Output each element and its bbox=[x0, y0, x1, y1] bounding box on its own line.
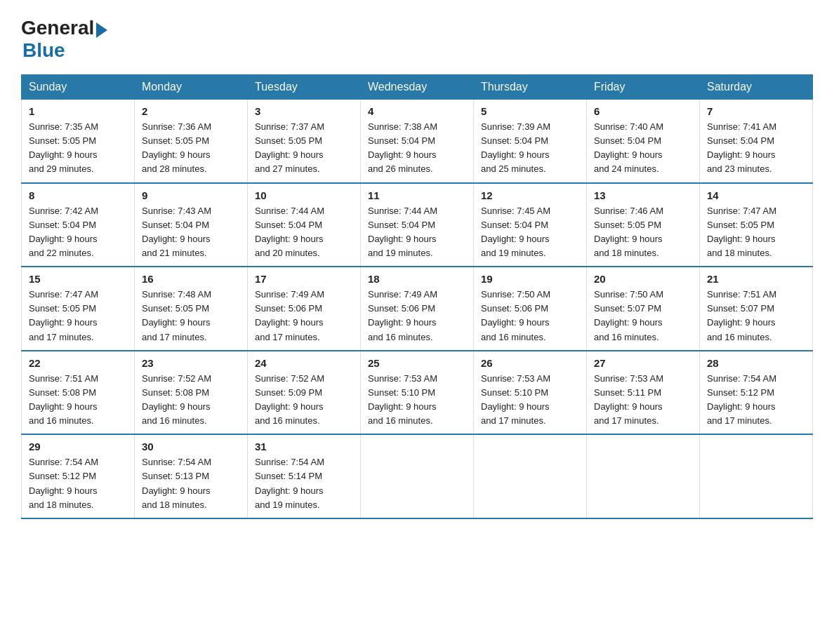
day-number: 8 bbox=[29, 189, 127, 201]
day-number: 18 bbox=[368, 273, 466, 285]
calendar-cell: 1 Sunrise: 7:35 AM Sunset: 5:05 PM Dayli… bbox=[22, 100, 135, 183]
day-number: 23 bbox=[142, 357, 240, 369]
calendar-cell: 4 Sunrise: 7:38 AM Sunset: 5:04 PM Dayli… bbox=[361, 100, 474, 183]
calendar-cell: 22 Sunrise: 7:51 AM Sunset: 5:08 PM Dayl… bbox=[22, 351, 135, 435]
calendar-cell: 31 Sunrise: 7:54 AM Sunset: 5:14 PM Dayl… bbox=[248, 434, 361, 518]
day-info: Sunrise: 7:40 AM Sunset: 5:04 PM Dayligh… bbox=[594, 120, 692, 177]
calendar-cell: 9 Sunrise: 7:43 AM Sunset: 5:04 PM Dayli… bbox=[135, 183, 248, 267]
calendar-cell: 19 Sunrise: 7:50 AM Sunset: 5:06 PM Dayl… bbox=[474, 267, 587, 351]
day-number: 1 bbox=[29, 105, 127, 117]
day-number: 31 bbox=[255, 441, 353, 452]
day-number: 28 bbox=[707, 357, 805, 369]
calendar-cell bbox=[474, 434, 587, 518]
calendar-week-row: 29 Sunrise: 7:54 AM Sunset: 5:12 PM Dayl… bbox=[22, 434, 813, 518]
calendar-week-row: 8 Sunrise: 7:42 AM Sunset: 5:04 PM Dayli… bbox=[22, 183, 813, 267]
day-info: Sunrise: 7:53 AM Sunset: 5:11 PM Dayligh… bbox=[594, 372, 692, 429]
day-number: 21 bbox=[707, 273, 805, 285]
calendar-week-row: 15 Sunrise: 7:47 AM Sunset: 5:05 PM Dayl… bbox=[22, 267, 813, 351]
day-number: 3 bbox=[255, 105, 353, 117]
day-info: Sunrise: 7:49 AM Sunset: 5:06 PM Dayligh… bbox=[368, 288, 466, 344]
weekday-header-saturday: Saturday bbox=[700, 75, 813, 100]
day-info: Sunrise: 7:39 AM Sunset: 5:04 PM Dayligh… bbox=[481, 120, 579, 177]
day-number: 27 bbox=[594, 357, 692, 369]
calendar-cell: 2 Sunrise: 7:36 AM Sunset: 5:05 PM Dayli… bbox=[135, 100, 248, 183]
calendar-cell: 10 Sunrise: 7:44 AM Sunset: 5:04 PM Dayl… bbox=[248, 183, 361, 267]
day-number: 5 bbox=[481, 105, 579, 117]
calendar-cell: 12 Sunrise: 7:45 AM Sunset: 5:04 PM Dayl… bbox=[474, 183, 587, 267]
day-number: 15 bbox=[29, 273, 127, 285]
day-number: 16 bbox=[142, 273, 240, 285]
weekday-header-wednesday: Wednesday bbox=[361, 75, 474, 100]
calendar-cell: 25 Sunrise: 7:53 AM Sunset: 5:10 PM Dayl… bbox=[361, 351, 474, 435]
day-number: 13 bbox=[594, 189, 692, 201]
day-number: 2 bbox=[142, 105, 240, 117]
calendar-cell: 23 Sunrise: 7:52 AM Sunset: 5:08 PM Dayl… bbox=[135, 351, 248, 435]
calendar-cell: 18 Sunrise: 7:49 AM Sunset: 5:06 PM Dayl… bbox=[361, 267, 474, 351]
calendar-cell bbox=[700, 434, 813, 518]
calendar-cell: 16 Sunrise: 7:48 AM Sunset: 5:05 PM Dayl… bbox=[135, 267, 248, 351]
calendar-cell: 28 Sunrise: 7:54 AM Sunset: 5:12 PM Dayl… bbox=[700, 351, 813, 435]
calendar-cell bbox=[587, 434, 700, 518]
calendar-cell: 13 Sunrise: 7:46 AM Sunset: 5:05 PM Dayl… bbox=[587, 183, 700, 267]
day-info: Sunrise: 7:41 AM Sunset: 5:04 PM Dayligh… bbox=[707, 120, 805, 177]
day-number: 6 bbox=[594, 105, 692, 117]
day-number: 30 bbox=[142, 441, 240, 452]
day-number: 24 bbox=[255, 357, 353, 369]
calendar-week-row: 1 Sunrise: 7:35 AM Sunset: 5:05 PM Dayli… bbox=[22, 100, 813, 183]
day-info: Sunrise: 7:53 AM Sunset: 5:10 PM Dayligh… bbox=[481, 372, 579, 429]
day-number: 20 bbox=[594, 273, 692, 285]
calendar-cell: 11 Sunrise: 7:44 AM Sunset: 5:04 PM Dayl… bbox=[361, 183, 474, 267]
weekday-header-tuesday: Tuesday bbox=[248, 75, 361, 100]
day-info: Sunrise: 7:45 AM Sunset: 5:04 PM Dayligh… bbox=[481, 204, 579, 261]
day-number: 29 bbox=[29, 441, 127, 452]
day-info: Sunrise: 7:54 AM Sunset: 5:14 PM Dayligh… bbox=[255, 455, 353, 512]
calendar-cell: 5 Sunrise: 7:39 AM Sunset: 5:04 PM Dayli… bbox=[474, 100, 587, 183]
day-number: 22 bbox=[29, 357, 127, 369]
day-number: 25 bbox=[368, 357, 466, 369]
day-info: Sunrise: 7:54 AM Sunset: 5:12 PM Dayligh… bbox=[707, 372, 805, 429]
day-number: 4 bbox=[368, 105, 466, 117]
day-info: Sunrise: 7:42 AM Sunset: 5:04 PM Dayligh… bbox=[29, 204, 127, 261]
calendar-cell bbox=[361, 434, 474, 518]
calendar-cell: 26 Sunrise: 7:53 AM Sunset: 5:10 PM Dayl… bbox=[474, 351, 587, 435]
day-info: Sunrise: 7:47 AM Sunset: 5:05 PM Dayligh… bbox=[29, 288, 127, 344]
weekday-header-row: SundayMondayTuesdayWednesdayThursdayFrid… bbox=[22, 75, 813, 100]
calendar-cell: 8 Sunrise: 7:42 AM Sunset: 5:04 PM Dayli… bbox=[22, 183, 135, 267]
day-info: Sunrise: 7:46 AM Sunset: 5:05 PM Dayligh… bbox=[594, 204, 692, 261]
day-info: Sunrise: 7:44 AM Sunset: 5:04 PM Dayligh… bbox=[368, 204, 466, 261]
calendar-cell: 3 Sunrise: 7:37 AM Sunset: 5:05 PM Dayli… bbox=[248, 100, 361, 183]
day-info: Sunrise: 7:35 AM Sunset: 5:05 PM Dayligh… bbox=[29, 120, 127, 177]
day-info: Sunrise: 7:43 AM Sunset: 5:04 PM Dayligh… bbox=[142, 204, 240, 261]
day-number: 17 bbox=[255, 273, 353, 285]
day-info: Sunrise: 7:50 AM Sunset: 5:07 PM Dayligh… bbox=[594, 288, 692, 344]
day-number: 26 bbox=[481, 357, 579, 369]
calendar-cell: 30 Sunrise: 7:54 AM Sunset: 5:13 PM Dayl… bbox=[135, 434, 248, 518]
calendar-table: SundayMondayTuesdayWednesdayThursdayFrid… bbox=[21, 74, 813, 519]
day-number: 19 bbox=[481, 273, 579, 285]
day-info: Sunrise: 7:51 AM Sunset: 5:08 PM Dayligh… bbox=[29, 372, 127, 429]
calendar-cell: 15 Sunrise: 7:47 AM Sunset: 5:05 PM Dayl… bbox=[22, 267, 135, 351]
day-info: Sunrise: 7:44 AM Sunset: 5:04 PM Dayligh… bbox=[255, 204, 353, 261]
weekday-header-friday: Friday bbox=[587, 75, 700, 100]
calendar-cell: 29 Sunrise: 7:54 AM Sunset: 5:12 PM Dayl… bbox=[22, 434, 135, 518]
day-number: 11 bbox=[368, 189, 466, 201]
day-number: 14 bbox=[707, 189, 805, 201]
weekday-header-sunday: Sunday bbox=[22, 75, 135, 100]
calendar-cell: 24 Sunrise: 7:52 AM Sunset: 5:09 PM Dayl… bbox=[248, 351, 361, 435]
day-info: Sunrise: 7:54 AM Sunset: 5:12 PM Dayligh… bbox=[29, 455, 127, 512]
day-number: 7 bbox=[707, 105, 805, 117]
day-info: Sunrise: 7:47 AM Sunset: 5:05 PM Dayligh… bbox=[707, 204, 805, 261]
logo-general-text: General bbox=[21, 17, 94, 39]
day-info: Sunrise: 7:37 AM Sunset: 5:05 PM Dayligh… bbox=[255, 120, 353, 177]
day-number: 9 bbox=[142, 189, 240, 201]
day-info: Sunrise: 7:48 AM Sunset: 5:05 PM Dayligh… bbox=[142, 288, 240, 344]
day-info: Sunrise: 7:53 AM Sunset: 5:10 PM Dayligh… bbox=[368, 372, 466, 429]
calendar-cell: 14 Sunrise: 7:47 AM Sunset: 5:05 PM Dayl… bbox=[700, 183, 813, 267]
calendar-cell: 7 Sunrise: 7:41 AM Sunset: 5:04 PM Dayli… bbox=[700, 100, 813, 183]
day-info: Sunrise: 7:36 AM Sunset: 5:05 PM Dayligh… bbox=[142, 120, 240, 177]
day-info: Sunrise: 7:38 AM Sunset: 5:04 PM Dayligh… bbox=[368, 120, 466, 177]
calendar-cell: 6 Sunrise: 7:40 AM Sunset: 5:04 PM Dayli… bbox=[587, 100, 700, 183]
calendar-cell: 21 Sunrise: 7:51 AM Sunset: 5:07 PM Dayl… bbox=[700, 267, 813, 351]
calendar-week-row: 22 Sunrise: 7:51 AM Sunset: 5:08 PM Dayl… bbox=[22, 351, 813, 435]
day-info: Sunrise: 7:52 AM Sunset: 5:09 PM Dayligh… bbox=[255, 372, 353, 429]
